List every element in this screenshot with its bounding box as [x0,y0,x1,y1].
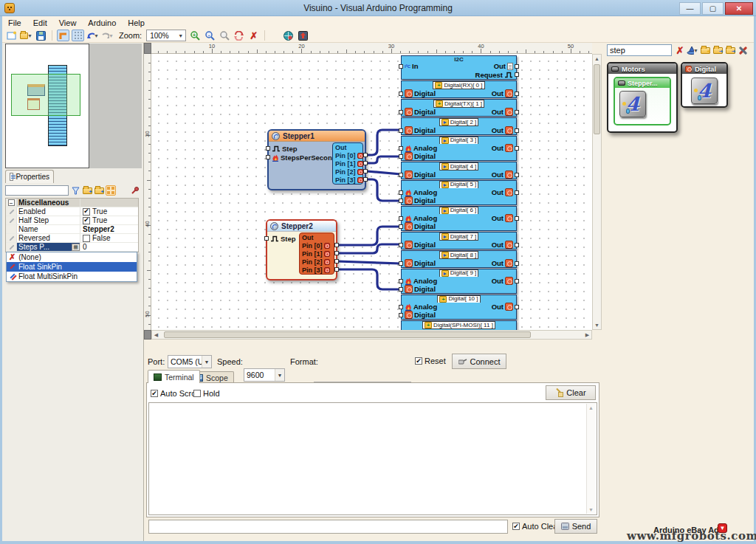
link-route-toggle[interactable] [57,30,69,41]
pin-connector[interactable] [399,154,403,159]
pin-connector[interactable] [515,305,519,309]
palette-option-button-2[interactable]: ➜ [712,44,724,56]
pin-connector[interactable] [264,236,269,241]
board-left-pin[interactable]: Digital [402,259,436,267]
pin-connector[interactable] [515,261,519,266]
stepper2-component[interactable]: Stepper2 Step OutPin [0]Pin [1]Pin [2]Pi… [266,219,337,280]
board-right-pin[interactable]: Out [494,62,516,70]
upload-to-arduino-button[interactable] [297,30,309,41]
stepper1-header[interactable]: Stepper1 [269,131,365,142]
palette-option-button-3[interactable]: ➜ [724,44,736,56]
hscroll-thumb[interactable] [164,331,531,338]
autoclear-checkbox[interactable]: Auto Clear [512,522,560,531]
save-button[interactable] [35,30,47,41]
pin-connector[interactable] [399,190,403,195]
pin-connector[interactable] [515,110,519,114]
property-row-half-step[interactable]: Half StepTrue [6,216,138,225]
pin-connector[interactable] [515,128,519,133]
board-right-pin[interactable]: Out [492,188,516,196]
terminal-output[interactable]: ▲ ▼ [148,402,597,515]
property-row-reversed[interactable]: ReversedFalse [6,234,138,243]
maximize-button[interactable]: ▢ [702,2,724,15]
pin-connector[interactable] [515,243,519,247]
board-left-pin[interactable]: Digital [402,222,436,230]
scroll-left-icon[interactable]: ◀ [152,331,160,339]
palette-category-header[interactable]: Digital [682,63,726,74]
board-right-pin[interactable]: Out [492,171,516,179]
board-left-pin[interactable]: Digital [402,241,436,249]
stepper-input-pin[interactable]: StepsPerSecond [269,153,337,162]
board-left-pin[interactable]: Analog [402,303,437,311]
board-left-pin[interactable]: Digital [402,89,436,97]
canvas-hscrollbar[interactable]: ◀ ▶ [151,330,592,340]
pin-connector[interactable] [399,173,403,177]
clear-button[interactable]: Clear [546,385,596,400]
close-button[interactable]: ✕ [725,2,753,15]
send-button[interactable]: Send [554,519,597,534]
hold-checkbox-box[interactable] [193,390,201,397]
pin-connector[interactable] [515,92,519,96]
terminal-scroll-up-icon[interactable]: ▲ [588,405,594,410]
pin-connector[interactable] [266,146,270,151]
stepper-out-pin[interactable]: Pin [0] [334,151,362,159]
pin-connector[interactable] [334,251,339,255]
minimize-button[interactable]: — [679,2,701,15]
alphabetical-view-button[interactable]: ✦ [94,185,104,196]
property-value[interactable]: 0 [80,243,138,251]
board-right-pin[interactable]: Out [492,277,516,285]
pin-connector[interactable] [399,64,403,69]
value-checkbox[interactable] [83,235,90,242]
new-project-button[interactable] [5,30,18,41]
board-left-pin[interactable]: Digital [402,311,436,319]
board-left-pin[interactable]: Digital [402,152,436,160]
board-left-pin[interactable]: Digital [402,126,436,134]
overview-viewport[interactable] [11,74,80,116]
pin-connector[interactable] [515,64,519,69]
pin-connector[interactable] [399,110,403,114]
palette-search-input[interactable]: step [607,44,672,56]
palette-category-header[interactable]: Motors [608,63,676,74]
value-checkbox[interactable] [83,208,90,216]
undo-button[interactable]: ▼ [86,30,99,41]
layout-view-button[interactable] [106,185,116,196]
speed-select[interactable]: 9600▼ [244,368,285,382]
board-right-pin[interactable]: Out [492,214,516,222]
pin-connector[interactable] [515,216,519,221]
scroll-right-icon[interactable]: ▶ [583,331,591,339]
board-left-pin[interactable]: Analog [402,144,437,152]
board-right-pin[interactable]: Out [492,126,516,134]
pin-panel-icon[interactable] [129,185,140,196]
board-right-pin[interactable]: Request [475,71,516,79]
title-bar[interactable]: Visuino - Visual Arduino Programming — ▢… [0,0,756,16]
property-value[interactable]: True [80,216,138,224]
tab-properties[interactable]: Properties [5,170,54,183]
menu-view[interactable]: View [53,18,83,28]
autoscroll-checkbox[interactable]: Auto Scroll [151,389,199,398]
stepper-input-pin[interactable]: Step [267,234,296,243]
pin-connector[interactable] [399,92,403,96]
stepper-out-pin[interactable]: Pin [0] [300,241,333,249]
zoom-in-button[interactable]: + [188,30,201,41]
property-value[interactable]: True [80,207,138,216]
stepper-out-pin[interactable]: Pin [1] [300,249,333,258]
board-right-pin[interactable]: Out [492,259,516,267]
refresh-button[interactable] [233,30,245,41]
pin-connector[interactable] [399,224,403,229]
zoom-select[interactable]: 100%▼ [146,30,186,41]
stepper-out-pin[interactable]: Pin [3] [300,266,333,274]
delete-button[interactable]: ✗ [247,30,260,41]
pin-connector[interactable] [334,259,339,264]
vscroll-thumb[interactable] [594,64,600,134]
pin-connector[interactable] [363,161,368,165]
stepper-out-pin[interactable]: Pin [2] [300,258,333,266]
scroll-down-icon[interactable]: ▼ [593,321,601,329]
pin-connector[interactable] [399,216,403,221]
board-left-pin[interactable]: Analog [402,277,437,285]
dropdown-item[interactable]: Float MultiSinkPin [7,272,137,281]
redo-button[interactable]: ▼ [101,30,114,41]
pin-connector[interactable] [399,146,403,151]
pin-connector[interactable] [515,173,519,177]
autoscroll-checkbox-box[interactable] [151,390,158,397]
board-left-pin[interactable]: Digital [402,171,436,179]
terminal-scrollbar[interactable]: ▲ ▼ [586,404,596,514]
